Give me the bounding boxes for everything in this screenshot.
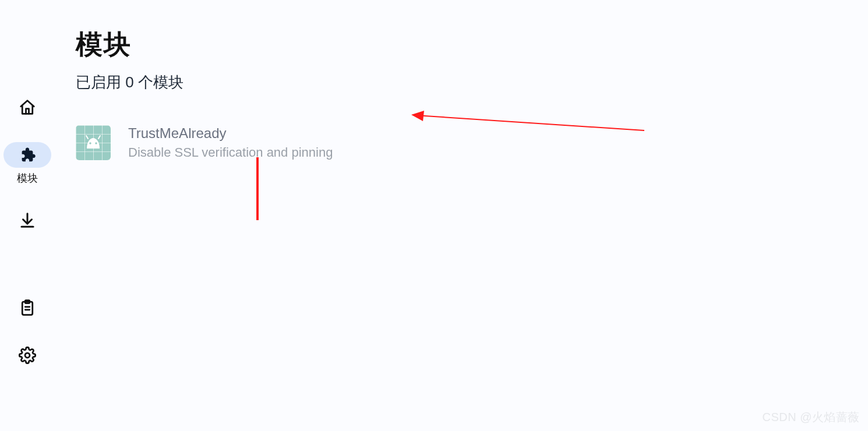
download-icon xyxy=(19,211,36,229)
clipboard-icon xyxy=(19,299,36,316)
nav-item-logs[interactable] xyxy=(3,295,51,320)
puzzle-icon xyxy=(19,146,36,164)
nav-item-home[interactable] xyxy=(3,94,51,120)
module-row[interactable]: TrustMeAlready Disable SSL verification … xyxy=(76,125,856,160)
svg-line-6 xyxy=(98,136,100,139)
module-description: Disable SSL verification and pinning xyxy=(128,145,333,160)
nav-item-download[interactable] xyxy=(3,207,51,233)
nav-item-settings[interactable] xyxy=(3,342,51,368)
app-root: 模块 xyxy=(0,0,868,431)
page-title: 模块 xyxy=(76,27,856,63)
svg-point-2 xyxy=(25,353,30,358)
home-icon xyxy=(19,98,36,116)
module-name: TrustMeAlready xyxy=(128,125,333,142)
gear-icon xyxy=(19,347,36,364)
sidebar: 模块 xyxy=(0,0,55,431)
svg-point-4 xyxy=(95,142,97,144)
content: 模块 已启用 0 个模块 TrustMeAlready Disable xyxy=(55,0,868,431)
module-app-icon xyxy=(76,125,111,160)
svg-line-5 xyxy=(86,136,88,139)
watermark: CSDN @火焰蔷薇 xyxy=(762,409,860,425)
module-text: TrustMeAlready Disable SSL verification … xyxy=(128,125,333,160)
page-subtitle: 已启用 0 个模块 xyxy=(76,72,856,93)
nav-item-label: 模块 xyxy=(17,171,38,185)
svg-point-3 xyxy=(89,142,91,144)
nav-item-modules[interactable]: 模块 xyxy=(3,142,51,185)
